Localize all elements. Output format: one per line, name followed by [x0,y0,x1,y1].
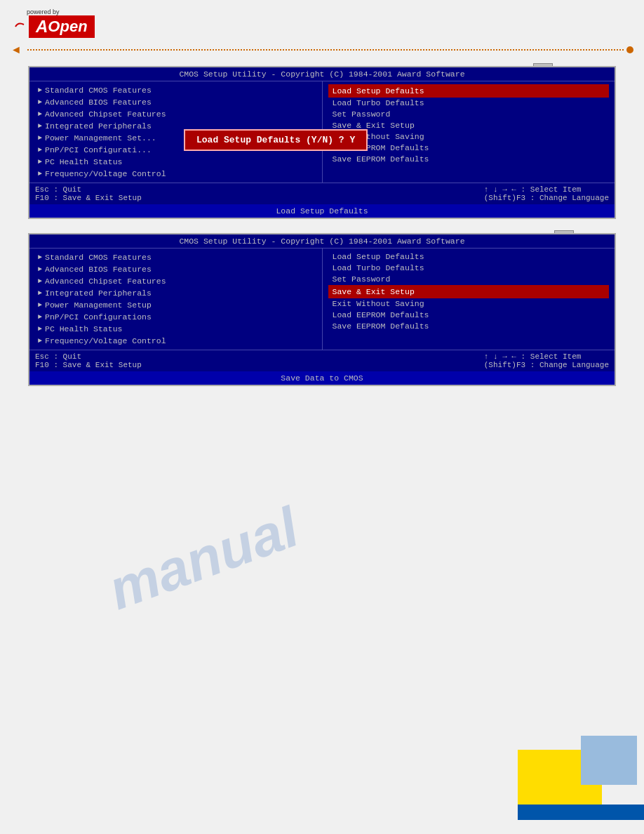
bios2-right-item-1[interactable]: Load Turbo Defaults [328,263,610,274]
bios2-title: CMOS Setup Utility - Copyright (C) 1984-… [29,234,615,249]
bios2-right-item-6[interactable]: Save EEPROM Defaults [328,321,610,332]
screenshot-2-wrapper: CMOS Setup Utility - Copyright (C) 1984-… [28,233,616,386]
bios1-status: Load Setup Defaults [29,204,615,218]
bios1-right-item-4[interactable]: Exit Without Saving [328,131,610,143]
bios2-right-item-3[interactable]: Save & Exit Setup [328,285,610,298]
bios1-left-item-7[interactable]: ►Frequency/Voltage Control [35,168,316,180]
bios2-left-item-0[interactable]: ►Standard CMOS Features [35,251,316,263]
nav-line: ◄ [0,41,644,59]
bios1-right-item-1[interactable]: Load Turbo Defaults [328,98,610,109]
bios2-left-item-4[interactable]: ►Power Management Setup [35,299,316,311]
bios2-body: ►Standard CMOS Features ►Advanced BIOS F… [29,249,615,350]
powered-by-text: powered by [27,8,60,15]
decorative-blue-bar [518,805,644,820]
bios1-footer-right: ↑ ↓ → ← : Select Item(Shift)F3 : Change … [484,185,609,202]
bios1-dialog: Load Setup Defaults (Y/N) ? Y [184,129,368,151]
bios2-footer-right: ↑ ↓ → ← : Select Item(Shift)F3 : Change … [484,352,609,369]
bios1-footer-left: Esc : QuitF10 : Save & Exit Setup [35,185,142,202]
bios1-footer: Esc : QuitF10 : Save & Exit Setup ↑ ↓ → … [29,183,615,204]
bios2-right-item-2[interactable]: Set Password [328,274,610,285]
bios2-left-col: ►Standard CMOS Features ►Advanced BIOS F… [29,249,323,350]
bios2-footer-left: Esc : QuitF10 : Save & Exit Setup [35,352,142,369]
logo-open-text: Open [48,18,87,36]
bios2-save-exit-setup[interactable]: Save & Exit Setup [330,286,608,298]
logo-brand: AOpen [29,15,95,38]
bios2-footer: Esc : QuitF10 : Save & Exit Setup ↑ ↓ → … [29,350,615,371]
bios1-right-item-5[interactable]: Load EEPROM Defaults [328,143,610,154]
bios1-title: CMOS Setup Utility - Copyright (C) 1984-… [29,67,615,81]
bios2-right-item-5[interactable]: Load EEPROM Defaults [328,310,610,321]
bios1-right-item-6[interactable]: Save EEPROM Defaults [328,154,610,165]
header: powered by AOpen [0,0,644,38]
nav-dot-right-icon [626,46,633,53]
screenshot-1-wrapper: CMOS Setup Utility - Copyright (C) 1984-… [28,66,616,219]
bios1-dialog-text: Load Setup Defaults (Y/N) ? Y [196,135,355,145]
bios2-left-item-1[interactable]: ►Advanced BIOS Features [35,263,316,275]
logo-a-letter: A [36,17,48,37]
logo-area: powered by AOpen [14,8,95,38]
bottom-squares [504,722,644,834]
bios2-right-item-4[interactable]: Exit Without Saving [328,298,610,310]
bios1-left-item-6[interactable]: ►PC Health Status [35,156,316,168]
nav-arrow-left-icon: ◄ [11,44,22,56]
bios-screenshot-2: CMOS Setup Utility - Copyright (C) 1984-… [28,233,616,386]
bios-screenshot-1: CMOS Setup Utility - Copyright (C) 1984-… [28,66,616,219]
logo-wrapper: AOpen [14,15,95,38]
bios2-right-item-0[interactable]: Load Setup Defaults [328,251,610,263]
main-content: CMOS Setup Utility - Copyright (C) 1984-… [0,59,644,414]
bios2-left-item-3[interactable]: ►Integrated Peripherals [35,287,316,299]
logo-swoosh-icon [14,20,27,33]
nav-dots [27,49,624,51]
bios2-status: Save Data to CMOS [29,371,615,385]
bios1-left-item-1[interactable]: ►Advanced BIOS Features [35,96,316,108]
bios2-left-item-2[interactable]: ►Advanced Chipset Features [35,275,316,287]
bios1-right-item-0[interactable]: Load Setup Defaults [328,84,610,98]
decorative-blue-square [581,736,637,785]
bios1-right-item-2[interactable]: Set Password [328,109,610,120]
watermark-text: manual [100,495,307,623]
bios2-left-item-6[interactable]: ►PC Health Status [35,323,316,335]
bios1-left-item-2[interactable]: ►Advanced Chipset Features [35,108,316,120]
bios1-left-item-0[interactable]: ►Standard CMOS Features [35,84,316,96]
bios2-right-col: Load Setup Defaults Load Turbo Defaults … [323,249,615,350]
bios1-right-item-3[interactable]: Save & Exit Setup [328,120,610,131]
bios2-left-item-5[interactable]: ►PnP/PCI Configurations [35,311,316,323]
bios2-left-item-7[interactable]: ►Frequency/Voltage Control [35,335,316,347]
bios1-load-setup-defaults[interactable]: Load Setup Defaults [330,85,608,97]
